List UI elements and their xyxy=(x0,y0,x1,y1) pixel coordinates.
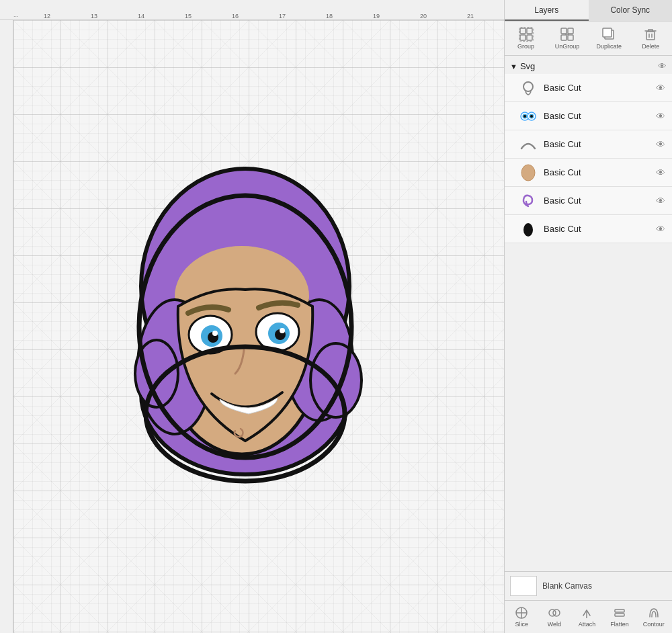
svg-point-15 xyxy=(280,328,285,333)
toolbar-row: Group UnGroup Duplicate xyxy=(505,22,672,56)
tab-color-sync[interactable]: Color Sync xyxy=(589,0,673,21)
layer-thumb-4 xyxy=(518,191,538,211)
slice-icon xyxy=(515,606,528,620)
buzz-image xyxy=(111,152,380,501)
weld-button[interactable]: Weld xyxy=(542,603,566,630)
bottom-toolbar: Slice Weld Attach Flatten xyxy=(505,600,672,633)
svg-point-6 xyxy=(310,343,362,417)
svg-rect-48 xyxy=(615,609,624,612)
layer-thumb-1 xyxy=(518,106,538,126)
attach-icon xyxy=(580,606,593,620)
svg-root-item[interactable]: ▼ Svg 👁 xyxy=(505,58,672,74)
ungroup-button[interactable]: UnGroup xyxy=(551,24,584,52)
slice-button[interactable]: Slice xyxy=(509,603,534,630)
svg-rect-18 xyxy=(520,28,526,34)
ruler-left xyxy=(0,20,13,633)
group-label: Group xyxy=(517,43,534,50)
svg-point-46 xyxy=(553,609,560,616)
right-panel: Layers Color Sync Group UnGroup xyxy=(504,0,672,633)
layer-thumb-2 xyxy=(518,134,538,155)
flatten-label: Flatten xyxy=(610,621,629,628)
contour-icon xyxy=(647,606,661,620)
svg-rect-25 xyxy=(561,35,566,40)
svg-rect-20 xyxy=(520,35,526,40)
delete-button[interactable]: Delete xyxy=(634,24,667,52)
layer-eye-2[interactable]: 👁 xyxy=(655,138,667,151)
layer-thumb-0 xyxy=(518,78,538,98)
delete-icon xyxy=(643,27,658,42)
canvas-area[interactable]: ... 12 13 14 15 16 17 18 19 20 21 xyxy=(0,0,504,633)
delete-label: Delete xyxy=(642,43,659,50)
tab-bar: Layers Color Sync xyxy=(505,0,672,22)
slice-label: Slice xyxy=(515,621,529,628)
svg-point-36 xyxy=(523,115,526,118)
layer-item-4[interactable]: Basic Cut 👁 xyxy=(505,187,672,215)
duplicate-button[interactable]: Duplicate xyxy=(593,24,626,52)
layer-thumb-3 xyxy=(518,163,538,183)
blank-canvas-thumb xyxy=(510,576,537,596)
layer-item-2[interactable]: Basic Cut 👁 xyxy=(505,130,672,159)
svg-rect-30 xyxy=(646,32,655,40)
svg-rect-24 xyxy=(568,28,573,34)
duplicate-icon xyxy=(601,27,616,42)
layer-label-1: Basic Cut xyxy=(544,111,655,121)
svg-point-40 xyxy=(521,165,535,181)
layer-thumb-5 xyxy=(518,219,538,239)
svg-root-arrow: ▼ xyxy=(510,62,517,71)
svg-rect-22 xyxy=(519,28,533,42)
svg-rect-29 xyxy=(603,28,612,37)
layer-eye-0[interactable]: 👁 xyxy=(655,81,667,95)
weld-icon xyxy=(548,606,561,620)
flatten-icon xyxy=(613,606,626,620)
layer-eye-4[interactable]: 👁 xyxy=(655,194,667,208)
ungroup-label: UnGroup xyxy=(555,43,580,50)
contour-label: Contour xyxy=(643,621,665,628)
layer-label-0: Basic Cut xyxy=(544,83,655,93)
layer-label-3: Basic Cut xyxy=(544,167,655,177)
attach-label: Attach xyxy=(579,621,596,628)
group-button[interactable]: Group xyxy=(510,24,542,52)
layer-item-3[interactable]: Basic Cut 👁 xyxy=(505,159,672,187)
layer-item-1[interactable]: Basic Cut 👁 xyxy=(505,102,672,130)
svg-root-eye[interactable]: 👁 xyxy=(658,61,667,71)
svg-point-39 xyxy=(530,115,533,118)
layer-eye-3[interactable]: 👁 xyxy=(655,166,667,179)
layer-item-0[interactable]: Basic Cut 👁 xyxy=(505,74,672,102)
ungroup-icon xyxy=(560,27,575,42)
ruler-top: ... 12 13 14 15 16 17 18 19 20 21 xyxy=(0,0,504,20)
layer-label-2: Basic Cut xyxy=(544,139,655,149)
attach-button[interactable]: Attach xyxy=(575,603,599,630)
flatten-button[interactable]: Flatten xyxy=(607,603,632,630)
group-icon xyxy=(519,27,534,42)
layer-item-5[interactable]: Basic Cut 👁 xyxy=(505,215,672,243)
tab-layers[interactable]: Layers xyxy=(505,0,589,21)
svg-rect-26 xyxy=(568,35,573,40)
weld-label: Weld xyxy=(548,621,561,628)
duplicate-label: Duplicate xyxy=(597,43,622,50)
layers-panel[interactable]: ▼ Svg 👁 Basic Cut 👁 xyxy=(505,56,672,571)
layer-eye-1[interactable]: 👁 xyxy=(655,110,667,123)
svg-point-14 xyxy=(212,331,218,336)
layer-eye-5[interactable]: 👁 xyxy=(655,222,667,236)
svg-rect-23 xyxy=(561,28,566,34)
layer-label-4: Basic Cut xyxy=(544,196,655,206)
contour-button[interactable]: Contour xyxy=(640,603,667,630)
svg-rect-49 xyxy=(615,614,624,616)
svg-rect-21 xyxy=(527,35,532,40)
svg-rect-19 xyxy=(527,28,532,34)
svg-point-41 xyxy=(523,223,533,237)
grid-canvas xyxy=(13,20,504,633)
layer-label-5: Basic Cut xyxy=(544,224,655,234)
blank-canvas-label: Blank Canvas xyxy=(542,581,592,591)
blank-canvas-row[interactable]: Blank Canvas xyxy=(505,571,672,600)
svg-root-label: Svg xyxy=(520,61,658,71)
svg-point-33 xyxy=(523,82,533,91)
